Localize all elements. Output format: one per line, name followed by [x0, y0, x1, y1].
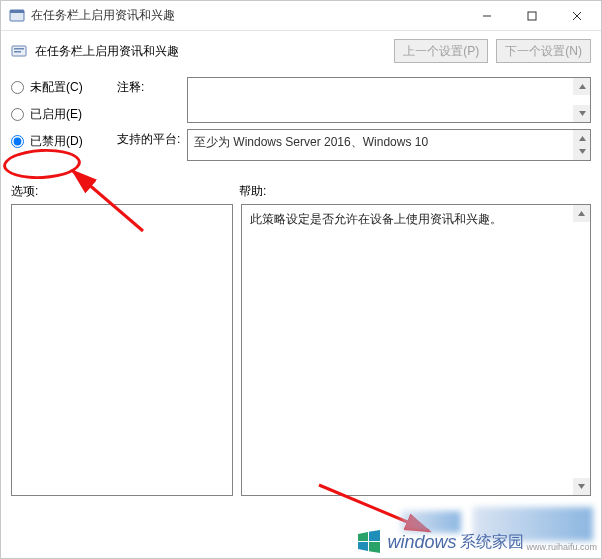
svg-rect-8	[14, 51, 21, 53]
supported-platforms-box: 至少为 Windows Server 2016、Windows 10	[187, 129, 591, 161]
radio-disabled-input[interactable]	[11, 135, 24, 148]
svg-marker-10	[579, 111, 586, 116]
svg-rect-3	[528, 12, 536, 20]
right-column: 注释: 支持的平台: 至少为 Windows Server 20	[117, 77, 591, 161]
maximize-button[interactable]	[509, 1, 554, 30]
svg-rect-1	[10, 10, 24, 13]
content-area: 未配置(C) 已启用(E) 已禁用(D) 注释:	[1, 71, 601, 506]
close-button[interactable]	[554, 1, 599, 30]
svg-marker-11	[579, 136, 586, 141]
radio-not-configured-input[interactable]	[11, 81, 24, 94]
options-label: 选项:	[11, 183, 239, 200]
previous-setting-button[interactable]: 上一个设置(P)	[394, 39, 488, 63]
radio-disabled-label: 已禁用(D)	[30, 133, 83, 150]
svg-marker-9	[579, 84, 586, 89]
comment-textarea[interactable]	[187, 77, 591, 123]
radio-not-configured-label: 未配置(C)	[30, 79, 83, 96]
app-icon	[9, 8, 25, 24]
help-text: 此策略设定是否允许在设备上使用资讯和兴趣。	[250, 212, 502, 226]
radio-not-configured[interactable]: 未配置(C)	[11, 79, 103, 96]
platform-text: 至少为 Windows Server 2016、Windows 10	[194, 135, 428, 149]
comment-scroll-up[interactable]	[573, 78, 590, 95]
panes: 此策略设定是否允许在设备上使用资讯和兴趣。	[11, 204, 591, 496]
radio-enabled[interactable]: 已启用(E)	[11, 106, 103, 123]
next-setting-button[interactable]: 下一个设置(N)	[496, 39, 591, 63]
comment-label: 注释:	[117, 77, 181, 96]
comment-row: 注释:	[117, 77, 591, 123]
radio-enabled-label: 已启用(E)	[30, 106, 82, 123]
watermark-logo-icon	[355, 528, 383, 556]
comment-scroll-down[interactable]	[573, 105, 590, 122]
window-buttons	[464, 1, 599, 30]
state-radio-group: 未配置(C) 已启用(E) 已禁用(D)	[11, 77, 103, 161]
help-label: 帮助:	[239, 183, 266, 200]
minimize-button[interactable]	[464, 1, 509, 30]
policy-editor-window: 在任务栏上启用资讯和兴趣 在任务栏上启用资讯和兴趣 上一个设置(P) 下一个设置…	[0, 0, 602, 559]
platform-row: 支持的平台: 至少为 Windows Server 2016、Windows 1…	[117, 129, 591, 161]
top-row: 未配置(C) 已启用(E) 已禁用(D) 注释:	[11, 77, 591, 161]
policy-icon	[11, 43, 27, 59]
options-pane	[11, 204, 233, 496]
obscured-area-1	[401, 511, 461, 533]
window-title: 在任务栏上启用资讯和兴趣	[31, 7, 464, 24]
help-pane: 此策略设定是否允许在设备上使用资讯和兴趣。	[241, 204, 591, 496]
svg-marker-12	[579, 149, 586, 154]
toolbar: 在任务栏上启用资讯和兴趣 上一个设置(P) 下一个设置(N)	[1, 31, 601, 71]
platform-scroll-down[interactable]	[573, 143, 590, 160]
help-scroll-down[interactable]	[573, 478, 590, 495]
help-scroll-up[interactable]	[573, 205, 590, 222]
radio-enabled-input[interactable]	[11, 108, 24, 121]
platform-label: 支持的平台:	[117, 129, 181, 148]
watermark-brand: windows	[387, 532, 456, 553]
section-labels: 选项: 帮助:	[11, 183, 591, 204]
titlebar: 在任务栏上启用资讯和兴趣	[1, 1, 601, 31]
obscured-area-2	[473, 507, 593, 541]
radio-disabled[interactable]: 已禁用(D)	[11, 133, 103, 150]
svg-marker-14	[578, 484, 585, 489]
policy-title: 在任务栏上启用资讯和兴趣	[35, 43, 386, 60]
watermark-url: www.ruihaifu.com	[526, 542, 597, 552]
svg-rect-7	[14, 48, 24, 50]
svg-marker-13	[578, 211, 585, 216]
